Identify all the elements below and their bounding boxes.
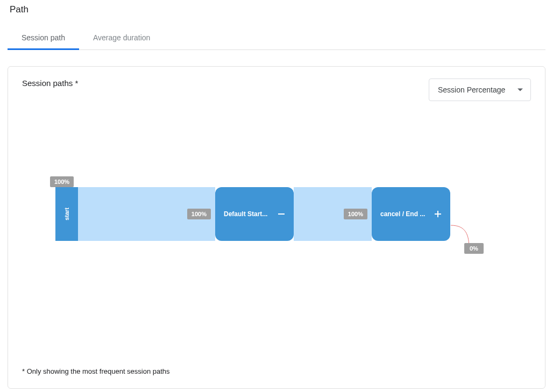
metric-select[interactable]: Session Percentage <box>429 79 531 101</box>
footnote: * Only showing the most frequent session… <box>22 367 170 375</box>
flow-connector-pct: 100% <box>344 209 367 219</box>
tab-session-path[interactable]: Session path <box>8 28 79 50</box>
svg-rect-2 <box>437 211 438 217</box>
flow-node-cancel-end[interactable]: cancel / End ... <box>372 187 450 241</box>
session-paths-card: Session paths * Session Percentage start… <box>8 66 545 389</box>
flow-node-label: cancel / End ... <box>380 210 425 218</box>
flow-node-default-start[interactable]: Default Start... <box>215 187 294 241</box>
svg-rect-0 <box>278 213 285 215</box>
flow-connector: 100% <box>294 187 372 241</box>
flow-node-label: Default Start... <box>224 210 267 218</box>
collapse-icon[interactable] <box>275 208 287 220</box>
flow-start-label: start <box>63 208 70 220</box>
flow-start-node[interactable]: start 100% <box>55 187 78 241</box>
chevron-down-icon <box>517 89 523 91</box>
metric-select-label: Session Percentage <box>438 85 505 94</box>
tab-strip: Session path Average duration <box>8 28 545 50</box>
expand-icon[interactable] <box>432 208 444 220</box>
flow-diagram: start 100% 100% Default Start... <box>22 176 531 370</box>
flow-tail-pct: 0% <box>464 243 484 254</box>
flow-connector: 100% <box>78 187 215 241</box>
page-title: Path <box>10 4 545 15</box>
card-title: Session paths * <box>22 79 78 88</box>
flow-start-incoming-pct: 100% <box>50 176 74 187</box>
flow-connector-pct: 100% <box>187 209 211 219</box>
tab-average-duration[interactable]: Average duration <box>79 28 164 50</box>
